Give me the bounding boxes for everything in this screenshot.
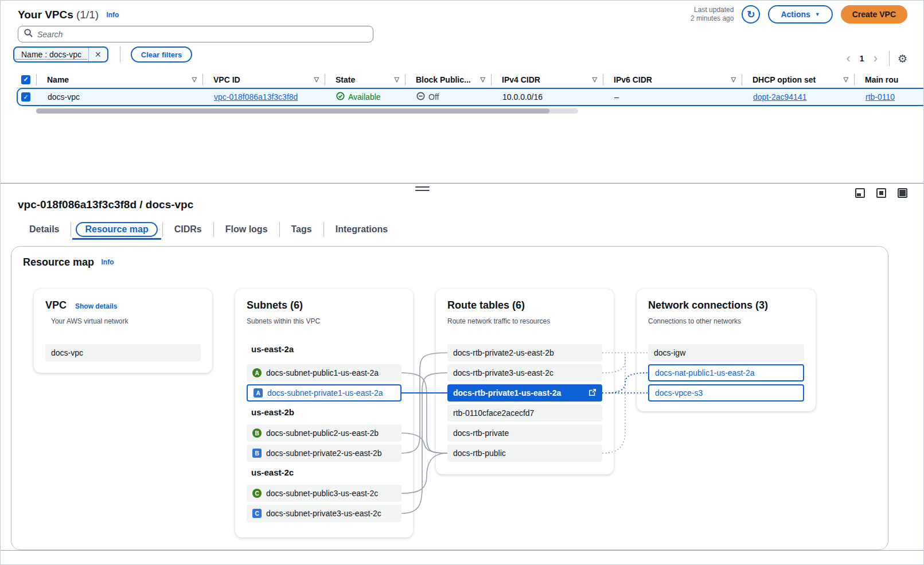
panel-position-bottom-icon[interactable]	[855, 188, 865, 198]
cell-vpc-id: vpc-018f086a13f3c3f8d	[204, 92, 326, 102]
route-table-node[interactable]: docs-rtb-private	[447, 424, 602, 442]
table-row[interactable]: ✓ docs-vpc vpc-018f086a13f3c3f8d Availab…	[17, 88, 924, 106]
select-all-checkbox[interactable]: ✓	[21, 75, 30, 84]
column-filter-icon[interactable]: ▽	[395, 76, 399, 83]
filter-row: Name : docs-vpc ✕ Clear filters	[13, 46, 192, 63]
column-filter-icon[interactable]: ▽	[481, 76, 485, 83]
split-panel-divider[interactable]	[1, 183, 923, 184]
header-actions: Last updated 2 minutes ago ↻ Actions ▼ C…	[691, 5, 907, 24]
route-table-node-selected[interactable]: docs-rtb-private1-us-east-2a	[447, 384, 602, 402]
actions-button-label: Actions	[781, 10, 810, 19]
network-connections-card-subtitle: Connections to other networks	[637, 311, 816, 325]
horizontal-scrollbar-track[interactable]	[36, 108, 578, 114]
column-header-ipv4-cidr[interactable]: IPv4 CIDR ▽	[491, 74, 603, 85]
subnet-label: docs-subnet-private3-us-east-2c	[266, 509, 381, 518]
connection-node-vpce-highlighted[interactable]: docs-vpce-s3	[648, 384, 804, 402]
connection-node-igw[interactable]: docs-igw	[648, 344, 804, 361]
filter-token-label[interactable]: Name : docs-vpc	[15, 50, 87, 60]
previous-page-icon[interactable]: ‹	[843, 53, 854, 64]
route-table-node[interactable]: docs-rtb-public	[447, 445, 602, 462]
resource-map-body: VPC Show details Your AWS virtual networ…	[11, 279, 888, 550]
block-public-label: Off	[428, 92, 439, 102]
external-link-icon[interactable]	[588, 388, 596, 398]
split-panel-drag-handle-icon[interactable]	[415, 186, 430, 193]
show-details-link[interactable]: Show details	[75, 302, 117, 310]
column-header-vpc-id[interactable]: VPC ID ▽	[202, 74, 325, 85]
column-header-state[interactable]: State ▽	[325, 74, 405, 85]
refresh-icon: ↻	[747, 9, 755, 21]
info-link[interactable]: Info	[106, 11, 119, 19]
panel-fullscreen-icon[interactable]	[898, 188, 907, 198]
table-settings-gear-icon[interactable]: ⚙	[898, 52, 907, 65]
tab-details[interactable]: Details	[18, 224, 71, 235]
main-route-link[interactable]: rtb-0110	[865, 92, 895, 102]
horizontal-scrollbar-thumb[interactable]	[36, 108, 549, 114]
cell-state: Available	[326, 92, 406, 102]
clear-filters-button[interactable]: Clear filters	[131, 46, 193, 63]
panel-position-side-icon[interactable]	[876, 188, 886, 198]
route-table-node[interactable]: docs-rtb-private3-us-east-2c	[447, 364, 602, 381]
vpc-id-link[interactable]: vpc-018f086a13f3c3f8d	[214, 92, 298, 102]
column-header-ipv6-cidr[interactable]: IPv6 CIDR ▽	[603, 74, 742, 85]
tab-tags[interactable]: Tags	[280, 224, 323, 235]
page-title: Your VPCs (1/1) Info	[18, 9, 119, 21]
cell-block-public: Off	[406, 92, 492, 102]
column-label: IPv6 CIDR	[614, 75, 652, 84]
column-header-block-public[interactable]: Block Public... ▽	[405, 74, 491, 85]
column-filter-icon[interactable]: ▽	[592, 76, 597, 83]
column-header-main-route[interactable]: Main rou	[854, 74, 923, 85]
column-header-name[interactable]: Name ▽	[36, 74, 202, 85]
search-box[interactable]	[18, 26, 373, 42]
column-label: State	[336, 75, 355, 84]
subnet-node-public2[interactable]: B docs-subnet-public2-us-east-2b	[247, 424, 401, 442]
subnet-node-public3[interactable]: C docs-subnet-public3-us-east-2c	[247, 485, 401, 502]
filter-token-separator	[88, 46, 89, 63]
dhcp-option-set-link[interactable]: dopt-2ac94141	[753, 92, 806, 102]
filter-token-close-icon[interactable]: ✕	[89, 50, 107, 59]
caret-down-icon: ▼	[815, 11, 820, 17]
column-label: VPC ID	[213, 75, 240, 84]
column-label: Block Public...	[416, 75, 471, 84]
column-header-dhcp-option-set[interactable]: DHCP option set ▽	[742, 74, 854, 85]
tab-cidrs[interactable]: CIDRs	[163, 224, 213, 235]
column-filter-icon[interactable]: ▽	[731, 76, 736, 83]
vpc-card-title: VPC Show details	[34, 289, 212, 311]
row-checkbox[interactable]: ✓	[21, 92, 30, 102]
table-header: ✓ Name ▽ VPC ID ▽ State ▽ Block Public..…	[17, 71, 923, 88]
subnet-label: docs-subnet-private2-us-east-2b	[266, 449, 382, 458]
pagination: ‹ 1 › ⚙	[843, 51, 908, 66]
tab-resource-map[interactable]: Resource map	[76, 222, 157, 237]
vpc-card-title-text: VPC	[45, 299, 67, 311]
column-filter-icon[interactable]: ▽	[314, 76, 319, 83]
last-updated-value: 2 minutes ago	[691, 14, 734, 23]
last-updated-label: Last updated	[691, 6, 734, 14]
column-filter-icon[interactable]: ▽	[192, 76, 197, 83]
refresh-button[interactable]: ↻	[742, 5, 760, 24]
tab-flow-logs[interactable]: Flow logs	[214, 224, 279, 235]
page-number[interactable]: 1	[857, 54, 867, 63]
cell-ipv4-cidr: 10.0.0.0/16	[492, 92, 604, 102]
actions-button[interactable]: Actions ▼	[768, 5, 832, 24]
vpc-card-subtitle: Your AWS virtual network	[34, 311, 212, 325]
filter-token: Name : docs-vpc ✕	[13, 46, 108, 63]
connection-node-nat-highlighted[interactable]: docs-nat-public1-us-east-2a	[648, 364, 804, 381]
subnet-node-private3[interactable]: C docs-subnet-private3-us-east-2c	[247, 505, 401, 522]
route-table-node[interactable]: docs-rtb-private2-us-east-2b	[447, 344, 602, 361]
search-input[interactable]	[37, 30, 367, 39]
available-status-icon	[336, 92, 345, 102]
create-vpc-button[interactable]: Create VPC	[841, 5, 907, 24]
az-group-us-east-2c: us-east-2c	[251, 467, 294, 477]
vpc-node[interactable]: docs-vpc	[45, 344, 201, 361]
column-filter-icon[interactable]: ▽	[844, 76, 848, 83]
next-page-icon[interactable]: ›	[870, 53, 881, 64]
route-table-node[interactable]: rtb-0110cface2acecfd7	[447, 404, 602, 422]
resource-map-info-link[interactable]: Info	[102, 258, 114, 266]
network-connections-card-title: Network connections (3)	[637, 289, 816, 311]
subnet-node-private1-selected[interactable]: A docs-subnet-private1-us-east-2a	[247, 384, 401, 402]
tab-integrations[interactable]: Integrations	[324, 224, 400, 235]
subnet-node-public1[interactable]: A docs-subnet-public1-us-east-2a	[247, 364, 401, 381]
pagination-divider	[889, 51, 890, 66]
subnet-node-private2[interactable]: B docs-subnet-private2-us-east-2b	[247, 445, 401, 462]
resource-map-header: Resource map Info	[11, 247, 888, 275]
column-label: IPv4 CIDR	[502, 75, 540, 84]
